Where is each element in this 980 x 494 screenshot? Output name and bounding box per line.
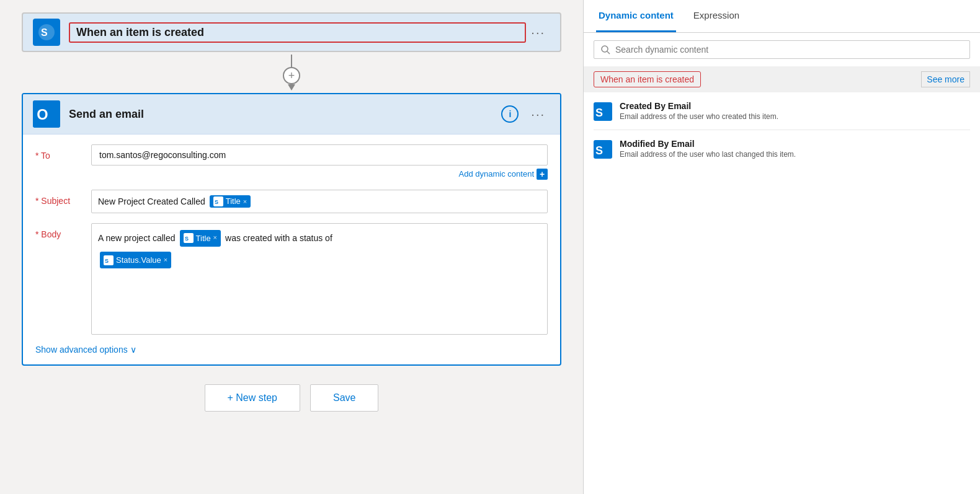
dynamic-items-list: S Created By Email Email address of the … xyxy=(584,92,980,167)
svg-line-8 xyxy=(607,51,610,54)
svg-text:S: S xyxy=(215,199,218,205)
see-more-button[interactable]: See more xyxy=(921,71,970,87)
subject-token-remove[interactable]: × xyxy=(243,198,247,205)
body-label: * Body xyxy=(35,223,91,239)
search-input[interactable] xyxy=(615,45,963,55)
svg-text:S: S xyxy=(595,107,603,119)
created-by-email-name: Created By Email xyxy=(620,101,970,111)
dynamic-item-modified-by-email[interactable]: S Modified By Email Email address of the… xyxy=(594,130,970,167)
body-title-token[interactable]: S Title × xyxy=(180,230,221,247)
info-button[interactable]: i xyxy=(501,105,519,123)
created-by-email-desc: Email address of the user who created th… xyxy=(620,112,970,121)
dynamic-item-created-by-email[interactable]: S Created By Email Email address of the … xyxy=(594,92,970,130)
action-title: Send an email xyxy=(69,108,501,121)
show-advanced-label: Show advanced options xyxy=(35,345,128,355)
body-token2-icon: S xyxy=(104,255,114,265)
connector-plus-button[interactable]: + xyxy=(283,67,300,84)
subject-row: * Subject New Project Created Called S T… xyxy=(35,190,548,213)
body-token1-icon: S xyxy=(184,233,194,243)
section-title: When an item is created xyxy=(594,71,701,87)
new-step-button[interactable]: + New step xyxy=(205,384,300,412)
body-line-1: A new project called S Title × was creat… xyxy=(98,230,541,247)
action-more-button[interactable]: ··· xyxy=(526,105,550,124)
form-body: * To Add dynamic content + * Subject xyxy=(23,135,560,364)
subject-title-token[interactable]: S Title × xyxy=(210,195,251,208)
body-token1-remove[interactable]: × xyxy=(213,232,217,244)
body-token1-label: Title xyxy=(196,231,211,245)
action-header: O Send an email i ··· xyxy=(23,94,560,135)
add-dynamic-button[interactable]: Add dynamic content + xyxy=(459,169,548,180)
subject-token-label: Title xyxy=(226,196,241,206)
action-block: O Send an email i ··· * To Add dynamic c… xyxy=(22,93,561,366)
svg-text:O: O xyxy=(37,107,48,123)
connector: + xyxy=(283,55,300,90)
body-token2-remove[interactable]: × xyxy=(164,254,167,267)
subject-token-icon: S xyxy=(213,196,223,206)
modified-by-email-desc: Email address of the user who last chang… xyxy=(620,150,970,159)
to-field-content: Add dynamic content + xyxy=(91,144,548,180)
save-button[interactable]: Save xyxy=(310,384,378,412)
to-row: * To Add dynamic content + xyxy=(35,144,548,180)
body-field-content: A new project called S Title × was creat… xyxy=(91,223,548,335)
modified-by-email-icon: S xyxy=(594,140,612,159)
body-line-2: S Status.Value × xyxy=(98,252,541,268)
svg-point-7 xyxy=(602,46,608,52)
connector-line xyxy=(291,55,292,67)
modified-by-email-name: Modified By Email xyxy=(620,139,970,149)
svg-text:S: S xyxy=(105,258,109,264)
right-panel: Dynamic content Expression When an item … xyxy=(583,0,980,494)
trigger-more-button[interactable]: ··· xyxy=(526,23,550,42)
subject-field-content: New Project Created Called S Title × xyxy=(91,190,548,213)
section-header: When an item is created See more xyxy=(584,66,980,92)
svg-text:S: S xyxy=(185,236,189,242)
tab-dynamic-content[interactable]: Dynamic content xyxy=(596,0,676,32)
search-bar xyxy=(594,40,970,59)
show-advanced-chevron: ∨ xyxy=(130,345,136,355)
to-label: * To xyxy=(35,144,91,161)
created-by-email-text: Created By Email Email address of the us… xyxy=(620,101,970,121)
to-input[interactable] xyxy=(91,144,548,165)
svg-text:S: S xyxy=(41,27,48,38)
tab-expression[interactable]: Expression xyxy=(691,0,742,32)
add-dynamic-row: Add dynamic content + xyxy=(91,168,548,180)
subject-prefix-text: New Project Created Called xyxy=(98,196,205,206)
add-dynamic-label: Add dynamic content xyxy=(459,169,534,179)
connector-arrow xyxy=(288,84,295,90)
body-row: * Body A new project called S Title × xyxy=(35,223,548,335)
modified-by-email-text: Modified By Email Email address of the u… xyxy=(620,139,970,159)
body-token2-label: Status.Value xyxy=(116,253,161,267)
body-input-container[interactable]: A new project called S Title × was creat… xyxy=(91,223,548,335)
subject-input-container[interactable]: New Project Created Called S Title × xyxy=(91,190,548,213)
right-tabs: Dynamic content Expression xyxy=(584,0,980,33)
body-text-1: A new project called xyxy=(98,231,176,246)
svg-text:S: S xyxy=(595,144,603,157)
left-panel: S When an item is created ··· + O Send a… xyxy=(0,0,583,494)
subject-label: * Subject xyxy=(35,190,91,206)
outlook-icon: O xyxy=(33,100,60,128)
trigger-title: When an item is created xyxy=(69,22,526,43)
body-text-2: was created with a status of xyxy=(225,231,332,246)
trigger-block[interactable]: S When an item is created ··· xyxy=(22,12,561,52)
search-icon xyxy=(600,45,610,55)
add-dynamic-icon: + xyxy=(537,169,548,180)
created-by-email-icon: S xyxy=(594,102,612,121)
bottom-actions: + New step Save xyxy=(205,384,379,412)
show-advanced-button[interactable]: Show advanced options ∨ xyxy=(35,345,136,355)
sharepoint-trigger-icon: S xyxy=(33,19,60,46)
body-status-token[interactable]: S Status.Value × xyxy=(100,252,171,268)
